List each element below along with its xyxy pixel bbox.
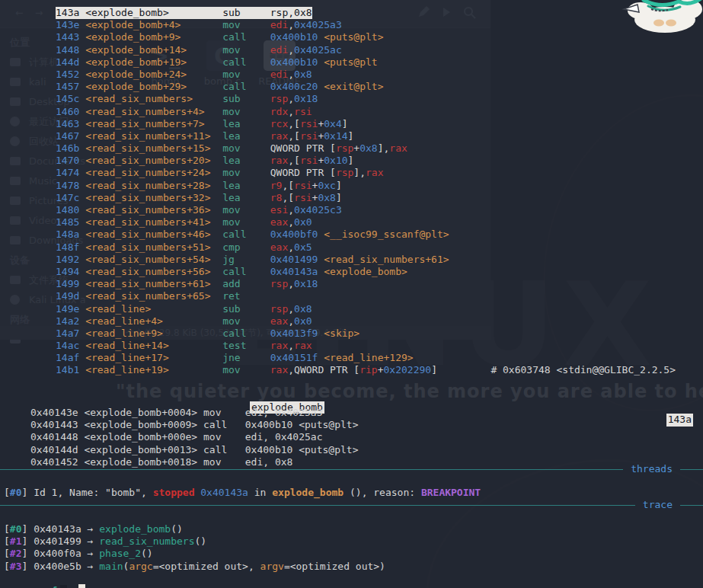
disasm-line: 144d <explode_bomb+19> call 0x400b10 <pu… [56,56,676,69]
threads-label: threads [631,463,673,475]
disasm-line: 1478 <read_six_numbers+28> lea r9,[rsi+0… [56,180,676,192]
disasm-line: 145c <read_six_numbers> sub rsp,0x18 [56,93,676,105]
disasm-line: 14a2 <read_line+4> mov eax,0x0 [56,315,676,328]
prompt-label: gef [40,585,57,588]
disassembly-pane: 143a <explode_bomb> sub rsp,0x8143e <exp… [56,7,676,377]
listing-line: 0x401443 <explode_bomb+0009> call 0x400b… [30,419,358,431]
text-cursor [78,584,85,588]
gef-prompt[interactable]: gef [4,572,85,588]
disasm-line: 143e <explode_bomb+4> mov edi,0x4025a3 [56,19,676,31]
screen: LINUX "the quieter you become, the more … [0,0,703,588]
address-label: 143a [666,414,693,426]
stack-trace: [#0] 0x40143a → explode_bomb()[#1] 0x401… [4,523,385,573]
disasm-line: 1485 <read_six_numbers+41> mov eax,0x0 [56,216,676,228]
disasm-line: 1467 <read_six_numbers+11> lea rax,[rsi+… [56,130,676,142]
disasm-line: 14ac <read_line+14> test rax,rax [56,340,676,352]
gdb-terminal: 143a <explode_bomb> sub rsp,0x8143e <exp… [0,0,703,588]
disasm-line: 1480 <read_six_numbers+36> mov esi,0x402… [56,204,676,216]
trace-frame: [#2] 0x400f0a → phase_2() [4,548,385,560]
disasm-line: 1460 <read_six_numbers+4> mov rdx,rsi [56,106,676,118]
listing-line: 0x401448 <explode_bomb+000e> mov edi, 0x… [30,431,358,443]
disasm-line: 148f <read_six_numbers+51> cmp eax,0x5 [56,241,676,254]
disasm-line: 146b <read_six_numbers+15> mov QWORD PTR… [56,142,676,155]
disasm-line: 1470 <read_six_numbers+20> lea rax,[rsi+… [56,155,676,167]
disasm-line: 14a7 <read_line+9> call 0x4013f9 <skip> [56,328,676,340]
disasm-line: 148a <read_six_numbers+46> call 0x400bf0… [56,228,676,241]
disasm-line: 1474 <read_six_numbers+24> mov QWORD PTR… [56,167,676,179]
trace-frame: [#1] 0x401499 → read_six_numbers() [4,535,385,548]
disasm-line: 1494 <read_six_numbers+56> call 0x40143a… [56,266,676,278]
disasm-line: 14b1 <read_line+19> mov rax,QWORD PTR [r… [56,364,676,376]
trace-frame: [#0] 0x40143a → explode_bomb() [4,523,385,535]
disasm-line: 147c <read_six_numbers+32> lea r8,[rsi+0… [56,192,676,204]
disasm-line: 1457 <explode_bomb+29> call 0x400c20 <ex… [56,81,676,93]
trace-label: trace [643,499,673,511]
threads-status: [#0] Id 1, Name: "bomb", stopped 0x40143… [4,487,481,499]
trace-separator: trace [0,499,703,512]
disasm-line: 1499 <read_six_numbers+61> add rsp,0x18 [56,278,676,290]
disasm-line: 143a <explode_bomb> sub rsp,0x8 [56,7,312,19]
disasm-line: 149e <read_line> sub rsp,0x8 [56,303,676,315]
disasm-line: 14af <read_line+17> jne 0x40151f <read_l… [56,352,676,364]
trace-frame: [#3] 0x400e5b → main(argc=<optimized out… [4,561,385,573]
explode-bomb-header: explode_bomb 143a [0,389,693,402]
listing-line: 0x40144d <explode_bomb+0013> call 0x400b… [30,444,358,456]
disasm-line: 1463 <read_six_numbers+7> lea rcx,[rsi+0… [56,118,676,130]
listing-line: 0x40143e <explode_bomb+0004> mov edi, 0x… [30,407,358,419]
disasm-line: 1452 <explode_bomb+24> mov edi,0x8 [56,69,676,81]
disasm-line: 1448 <explode_bomb+14> mov edi,0x4025ac [56,44,676,56]
threads-separator: threads [0,463,703,476]
disasm-line: 149d <read_six_numbers+65> ret [56,290,676,302]
explode-bomb-listing: 0x40143e <explode_bomb+0004> mov edi, 0x… [30,407,358,468]
prompt-arrow-icon [60,585,67,588]
disasm-line: 1443 <explode_bomb+9> call 0x400b10 <put… [56,31,676,43]
disasm-line: 1492 <read_six_numbers+54> jg 0x401499 <… [56,254,676,266]
